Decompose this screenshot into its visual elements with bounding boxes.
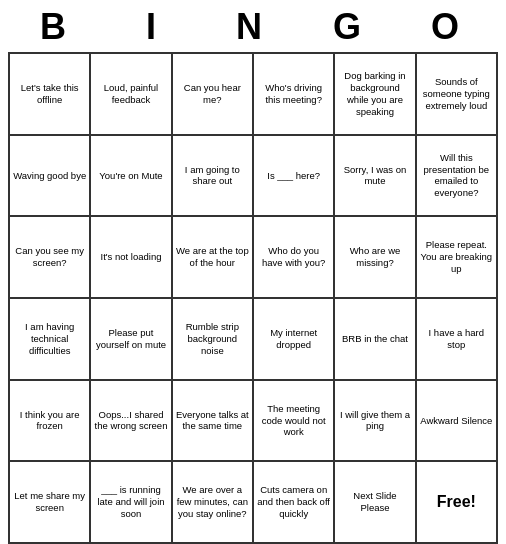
bingo-cell-14[interactable]: We are at the top of the hour <box>172 216 253 298</box>
bingo-cell-9[interactable]: Is ___ here? <box>253 135 334 217</box>
bingo-cell-32[interactable]: We are over a few minutes, can you stay … <box>172 461 253 543</box>
bingo-cell-21[interactable]: My internet dropped <box>253 298 334 380</box>
title-o: O <box>414 6 484 48</box>
bingo-cell-2[interactable]: Can you hear me? <box>172 53 253 135</box>
bingo-cell-3[interactable]: Who's driving this meeting? <box>253 53 334 135</box>
bingo-cell-1[interactable]: Loud, painful feedback <box>90 53 171 135</box>
bingo-cell-13[interactable]: It's not loading <box>90 216 171 298</box>
bingo-cell-0[interactable]: Let's take this offline <box>9 53 90 135</box>
bingo-cell-25[interactable]: Oops...I shared the wrong screen <box>90 380 171 462</box>
bingo-cell-5[interactable]: Sounds of someone typing extremely loud <box>416 53 497 135</box>
bingo-cell-16[interactable]: Who are we missing? <box>334 216 415 298</box>
bingo-cell-10[interactable]: Sorry, I was on mute <box>334 135 415 217</box>
bingo-cell-34[interactable]: Next Slide Please <box>334 461 415 543</box>
title-g: G <box>316 6 386 48</box>
bingo-title: B I N G O <box>8 0 498 52</box>
title-i: I <box>120 6 190 48</box>
bingo-cell-31[interactable]: ___ is running late and will join soon <box>90 461 171 543</box>
bingo-grid: Let's take this offlineLoud, painful fee… <box>8 52 498 544</box>
bingo-cell-11[interactable]: Will this presentation be emailed to eve… <box>416 135 497 217</box>
bingo-cell-4[interactable]: Dog barking in background while you are … <box>334 53 415 135</box>
bingo-cell-30[interactable]: Let me share my screen <box>9 461 90 543</box>
bingo-cell-17[interactable]: Please repeat. You are breaking up <box>416 216 497 298</box>
bingo-cell-27[interactable]: The meeting code would not work <box>253 380 334 462</box>
title-b: B <box>22 6 92 48</box>
bingo-cell-18[interactable]: I am having technical difficulties <box>9 298 90 380</box>
bingo-cell-35[interactable]: Free! <box>416 461 497 543</box>
bingo-cell-8[interactable]: I am going to share out <box>172 135 253 217</box>
bingo-cell-23[interactable]: I have a hard stop <box>416 298 497 380</box>
bingo-cell-15[interactable]: Who do you have with you? <box>253 216 334 298</box>
bingo-cell-20[interactable]: Rumble strip background noise <box>172 298 253 380</box>
bingo-cell-19[interactable]: Please put yourself on mute <box>90 298 171 380</box>
bingo-cell-6[interactable]: Waving good bye <box>9 135 90 217</box>
bingo-cell-12[interactable]: Can you see my screen? <box>9 216 90 298</box>
bingo-cell-26[interactable]: Everyone talks at the same time <box>172 380 253 462</box>
bingo-cell-22[interactable]: BRB in the chat <box>334 298 415 380</box>
bingo-cell-28[interactable]: I will give them a ping <box>334 380 415 462</box>
bingo-cell-29[interactable]: Awkward Silence <box>416 380 497 462</box>
bingo-cell-33[interactable]: Cuts camera on and then back off quickly <box>253 461 334 543</box>
bingo-cell-24[interactable]: I think you are frozen <box>9 380 90 462</box>
title-n: N <box>218 6 288 48</box>
bingo-cell-7[interactable]: You're on Mute <box>90 135 171 217</box>
